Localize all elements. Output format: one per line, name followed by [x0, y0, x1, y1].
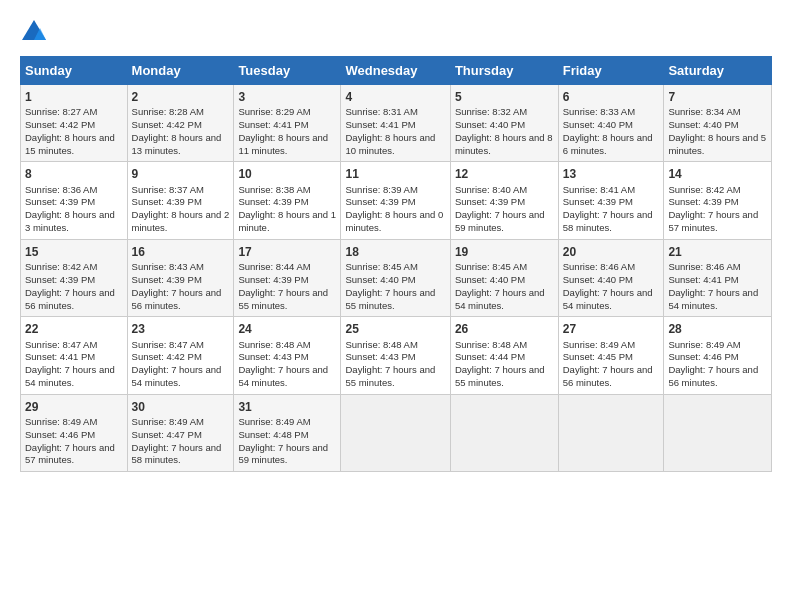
week-row-2: 15Sunrise: 8:42 AMSunset: 4:39 PMDayligh… — [21, 239, 772, 316]
calendar-cell — [664, 394, 772, 471]
calendar-cell: 21Sunrise: 8:46 AMSunset: 4:41 PMDayligh… — [664, 239, 772, 316]
day-number: 25 — [345, 321, 445, 337]
day-number: 31 — [238, 399, 336, 415]
calendar-cell: 14Sunrise: 8:42 AMSunset: 4:39 PMDayligh… — [664, 162, 772, 239]
calendar-cell: 1Sunrise: 8:27 AMSunset: 4:42 PMDaylight… — [21, 85, 128, 162]
col-header-tuesday: Tuesday — [234, 57, 341, 85]
day-number: 3 — [238, 89, 336, 105]
week-row-1: 8Sunrise: 8:36 AMSunset: 4:39 PMDaylight… — [21, 162, 772, 239]
day-number: 29 — [25, 399, 123, 415]
page: SundayMondayTuesdayWednesdayThursdayFrid… — [0, 0, 792, 482]
day-number: 9 — [132, 166, 230, 182]
calendar-cell: 9Sunrise: 8:37 AMSunset: 4:39 PMDaylight… — [127, 162, 234, 239]
calendar-cell: 10Sunrise: 8:38 AMSunset: 4:39 PMDayligh… — [234, 162, 341, 239]
day-number: 12 — [455, 166, 554, 182]
calendar-cell: 22Sunrise: 8:47 AMSunset: 4:41 PMDayligh… — [21, 317, 128, 394]
calendar-cell: 8Sunrise: 8:36 AMSunset: 4:39 PMDaylight… — [21, 162, 128, 239]
day-number: 6 — [563, 89, 660, 105]
day-number: 24 — [238, 321, 336, 337]
calendar-cell: 15Sunrise: 8:42 AMSunset: 4:39 PMDayligh… — [21, 239, 128, 316]
day-number: 27 — [563, 321, 660, 337]
header — [20, 18, 772, 46]
calendar-cell: 5Sunrise: 8:32 AMSunset: 4:40 PMDaylight… — [450, 85, 558, 162]
calendar-cell: 30Sunrise: 8:49 AMSunset: 4:47 PMDayligh… — [127, 394, 234, 471]
week-row-4: 29Sunrise: 8:49 AMSunset: 4:46 PMDayligh… — [21, 394, 772, 471]
day-number: 28 — [668, 321, 767, 337]
calendar-cell: 25Sunrise: 8:48 AMSunset: 4:43 PMDayligh… — [341, 317, 450, 394]
day-number: 11 — [345, 166, 445, 182]
calendar-cell: 4Sunrise: 8:31 AMSunset: 4:41 PMDaylight… — [341, 85, 450, 162]
calendar-cell: 11Sunrise: 8:39 AMSunset: 4:39 PMDayligh… — [341, 162, 450, 239]
calendar-cell: 6Sunrise: 8:33 AMSunset: 4:40 PMDaylight… — [558, 85, 664, 162]
day-number: 1 — [25, 89, 123, 105]
day-number: 21 — [668, 244, 767, 260]
calendar-cell: 26Sunrise: 8:48 AMSunset: 4:44 PMDayligh… — [450, 317, 558, 394]
col-header-thursday: Thursday — [450, 57, 558, 85]
day-number: 13 — [563, 166, 660, 182]
col-header-sunday: Sunday — [21, 57, 128, 85]
day-number: 17 — [238, 244, 336, 260]
day-number: 2 — [132, 89, 230, 105]
col-header-wednesday: Wednesday — [341, 57, 450, 85]
calendar-cell: 23Sunrise: 8:47 AMSunset: 4:42 PMDayligh… — [127, 317, 234, 394]
day-number: 4 — [345, 89, 445, 105]
day-number: 7 — [668, 89, 767, 105]
calendar-cell: 7Sunrise: 8:34 AMSunset: 4:40 PMDaylight… — [664, 85, 772, 162]
calendar-cell — [558, 394, 664, 471]
calendar-cell: 18Sunrise: 8:45 AMSunset: 4:40 PMDayligh… — [341, 239, 450, 316]
day-number: 23 — [132, 321, 230, 337]
day-number: 10 — [238, 166, 336, 182]
day-number: 30 — [132, 399, 230, 415]
calendar-cell: 28Sunrise: 8:49 AMSunset: 4:46 PMDayligh… — [664, 317, 772, 394]
day-number: 5 — [455, 89, 554, 105]
col-header-friday: Friday — [558, 57, 664, 85]
calendar-cell: 3Sunrise: 8:29 AMSunset: 4:41 PMDaylight… — [234, 85, 341, 162]
calendar-cell: 19Sunrise: 8:45 AMSunset: 4:40 PMDayligh… — [450, 239, 558, 316]
calendar-cell: 24Sunrise: 8:48 AMSunset: 4:43 PMDayligh… — [234, 317, 341, 394]
col-header-monday: Monday — [127, 57, 234, 85]
day-number: 22 — [25, 321, 123, 337]
calendar-cell: 12Sunrise: 8:40 AMSunset: 4:39 PMDayligh… — [450, 162, 558, 239]
calendar-cell: 29Sunrise: 8:49 AMSunset: 4:46 PMDayligh… — [21, 394, 128, 471]
logo — [20, 18, 52, 46]
col-header-saturday: Saturday — [664, 57, 772, 85]
week-row-0: 1Sunrise: 8:27 AMSunset: 4:42 PMDaylight… — [21, 85, 772, 162]
calendar-table: SundayMondayTuesdayWednesdayThursdayFrid… — [20, 56, 772, 472]
calendar-cell: 2Sunrise: 8:28 AMSunset: 4:42 PMDaylight… — [127, 85, 234, 162]
day-number: 14 — [668, 166, 767, 182]
calendar-cell: 17Sunrise: 8:44 AMSunset: 4:39 PMDayligh… — [234, 239, 341, 316]
day-number: 18 — [345, 244, 445, 260]
day-number: 15 — [25, 244, 123, 260]
logo-icon — [20, 18, 48, 46]
calendar-cell — [341, 394, 450, 471]
day-number: 8 — [25, 166, 123, 182]
day-number: 19 — [455, 244, 554, 260]
day-number: 20 — [563, 244, 660, 260]
header-row: SundayMondayTuesdayWednesdayThursdayFrid… — [21, 57, 772, 85]
day-number: 16 — [132, 244, 230, 260]
calendar-cell: 31Sunrise: 8:49 AMSunset: 4:48 PMDayligh… — [234, 394, 341, 471]
calendar-cell: 20Sunrise: 8:46 AMSunset: 4:40 PMDayligh… — [558, 239, 664, 316]
calendar-cell — [450, 394, 558, 471]
calendar-cell: 27Sunrise: 8:49 AMSunset: 4:45 PMDayligh… — [558, 317, 664, 394]
week-row-3: 22Sunrise: 8:47 AMSunset: 4:41 PMDayligh… — [21, 317, 772, 394]
calendar-cell: 16Sunrise: 8:43 AMSunset: 4:39 PMDayligh… — [127, 239, 234, 316]
calendar-cell: 13Sunrise: 8:41 AMSunset: 4:39 PMDayligh… — [558, 162, 664, 239]
day-number: 26 — [455, 321, 554, 337]
